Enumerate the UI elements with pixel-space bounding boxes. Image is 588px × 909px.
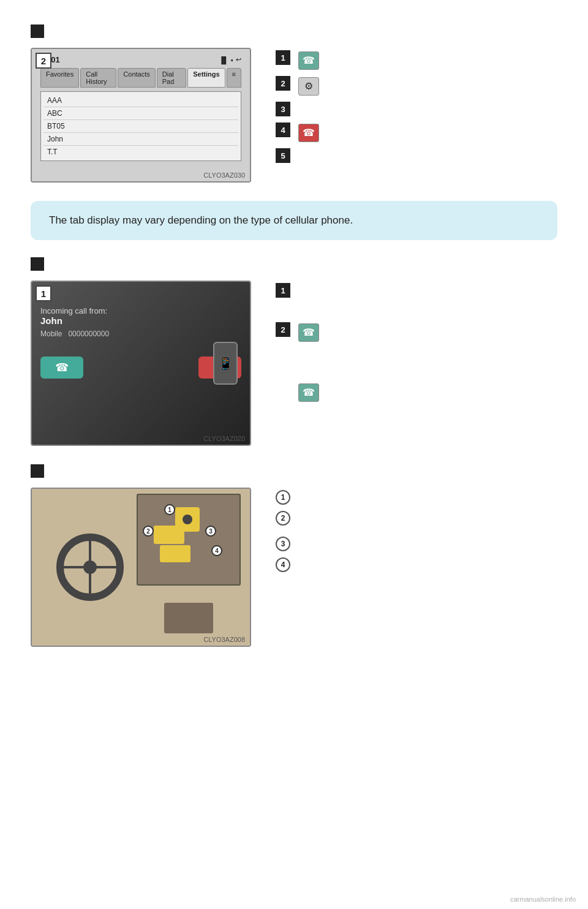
info-box-text: The tab display may vary depending on th… bbox=[49, 214, 353, 226]
tab-dialpad[interactable]: Dial Pad bbox=[157, 68, 186, 88]
info-box: The tab display may vary depending on th… bbox=[31, 201, 557, 240]
incoming-screen: ▐▌ Incoming call from: John Mobile 00000… bbox=[32, 282, 250, 445]
incoming-buttons: ☎ ☎ bbox=[40, 356, 241, 379]
contact-aaa: AAA bbox=[43, 94, 238, 107]
section1-badge bbox=[31, 25, 44, 38]
legend2-num2: 2 bbox=[276, 322, 290, 337]
legend2-item2: 2 ☎ ☎ bbox=[276, 322, 557, 402]
screen3-code: CLYO3AZ008 bbox=[203, 636, 245, 643]
legend1-item2: 2 ⚙ bbox=[276, 76, 557, 96]
section3: 1 2 3 4 CLYO3AZ008 bbox=[31, 464, 557, 647]
legend3-item1: 1 bbox=[276, 490, 557, 505]
legend3-circle1: 1 bbox=[276, 490, 290, 505]
section2-badge bbox=[31, 257, 44, 271]
section1-header bbox=[31, 25, 557, 38]
legend1-item3: 3 bbox=[276, 102, 557, 116]
bt01-tabs[interactable]: Favorites Call History Contacts Dial Pad… bbox=[40, 68, 241, 88]
reject-icon-btn: ☎ bbox=[298, 124, 319, 142]
legend3-circle3: 3 bbox=[276, 537, 290, 551]
section3-screen: 1 2 3 4 CLYO3AZ008 bbox=[31, 488, 251, 647]
legend1-item4: 4 ☎ bbox=[276, 123, 557, 142]
settings-icon-btn: ⚙ bbox=[298, 77, 319, 96]
back-icon: ↩ bbox=[236, 56, 241, 64]
section2: 1 ▐▌ Incoming call from: John Mobile 000… bbox=[31, 257, 557, 446]
watermark: carmanualsonline.info bbox=[510, 896, 576, 903]
phone-graphic: 📱 bbox=[213, 342, 238, 385]
screen1-badge: 2 bbox=[36, 53, 51, 69]
bt01-icons: ▐▌ ▪ ↩ bbox=[219, 56, 242, 64]
legend3-item2: 2 bbox=[276, 511, 557, 526]
dashboard-screen: 1 2 3 4 CLYO3AZ008 bbox=[32, 489, 250, 646]
legend1-text4: ☎ bbox=[296, 123, 321, 142]
legend1-text2: ⚙ bbox=[296, 76, 321, 96]
legend3-item3: 3 bbox=[276, 537, 557, 551]
battery-icon: ▪ bbox=[231, 56, 233, 64]
section2-screen: 1 ▐▌ Incoming call from: John Mobile 000… bbox=[31, 281, 251, 446]
section3-badge bbox=[31, 464, 44, 478]
tab-menu[interactable]: ≡ bbox=[227, 68, 241, 88]
section1-row: 2 BT01 ▐▌ ▪ ↩ Favorites Call History Con… bbox=[31, 48, 557, 183]
legend3-circle4: 4 bbox=[276, 557, 290, 572]
incoming-label: Incoming call from: bbox=[40, 306, 241, 315]
legend2-item1: 1 bbox=[276, 283, 557, 298]
contact-bt05: BT05 bbox=[43, 120, 238, 133]
bt01-screen: BT01 ▐▌ ▪ ↩ Favorites Call History Conta… bbox=[32, 49, 250, 181]
answer-icon2: ☎ bbox=[298, 323, 319, 342]
legend1-num2: 2 bbox=[276, 76, 290, 91]
legend1-text1: ☎ bbox=[296, 50, 321, 70]
page-content: 2 BT01 ▐▌ ▪ ↩ Favorites Call History Con… bbox=[0, 0, 588, 690]
legend1-item1: 1 ☎ bbox=[276, 50, 557, 70]
section1: 2 BT01 ▐▌ ▪ ↩ Favorites Call History Con… bbox=[31, 25, 557, 240]
caller-number: 0000000000 bbox=[68, 330, 109, 338]
answer-btn[interactable]: ☎ bbox=[40, 356, 83, 379]
contact-john: John bbox=[43, 133, 238, 146]
caller-name: John bbox=[40, 315, 241, 326]
caller-info: Mobile 0000000000 bbox=[40, 330, 241, 338]
legend2-text2: ☎ ☎ bbox=[296, 322, 321, 402]
legend1-item5: 5 bbox=[276, 148, 557, 163]
section3-header bbox=[31, 464, 557, 478]
contact-abc: ABC bbox=[43, 107, 238, 120]
legend1-num1: 1 bbox=[276, 50, 290, 65]
contact-tt: T.T bbox=[43, 146, 238, 158]
legend1-num4: 4 bbox=[276, 123, 290, 137]
legend3-item4: 4 bbox=[276, 557, 557, 572]
section2-row: 1 ▐▌ Incoming call from: John Mobile 000… bbox=[31, 281, 557, 446]
legend2-num1: 1 bbox=[276, 283, 290, 298]
tab-callhistory[interactable]: Call History bbox=[80, 68, 116, 88]
answer-icon3: ☎ bbox=[298, 383, 319, 402]
screen1-code: CLYO3AZ030 bbox=[203, 172, 245, 179]
section1-screen: 2 BT01 ▐▌ ▪ ↩ Favorites Call History Con… bbox=[31, 48, 251, 183]
signal-icon: ▐▌ bbox=[219, 56, 229, 64]
bt01-contact-list: AAA ABC BT05 John T.T bbox=[40, 91, 241, 161]
section3-legend: 1 2 3 4 bbox=[276, 488, 557, 572]
section2-header bbox=[31, 257, 557, 271]
tab-favorites[interactable]: Favorites bbox=[40, 68, 79, 88]
screen2-code: CLYO3AZ020 bbox=[203, 435, 245, 442]
incoming-header: ▐▌ bbox=[40, 292, 241, 300]
legend3-circle2: 2 bbox=[276, 511, 290, 526]
section2-legend: 1 2 ☎ ☎ bbox=[276, 281, 557, 402]
section3-row: 1 2 3 4 CLYO3AZ008 bbox=[31, 488, 557, 647]
caller-type: Mobile bbox=[40, 330, 62, 338]
legend1-num5: 5 bbox=[276, 148, 290, 163]
screen2-badge: 1 bbox=[36, 285, 51, 301]
tab-contacts[interactable]: Contacts bbox=[118, 68, 155, 88]
answer-icon: ☎ bbox=[298, 51, 319, 70]
legend1-num3: 3 bbox=[276, 102, 290, 116]
bt01-header: BT01 ▐▌ ▪ ↩ bbox=[40, 55, 241, 64]
tab-settings[interactable]: Settings bbox=[187, 68, 225, 88]
section1-legend: 1 ☎ 2 ⚙ 3 4 ☎ bbox=[276, 48, 557, 163]
